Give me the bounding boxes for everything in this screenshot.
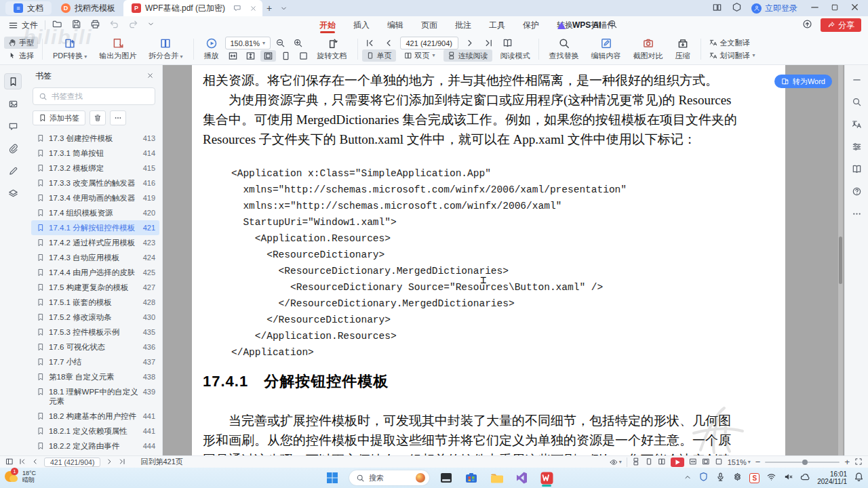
sb-fit-width-icon[interactable] xyxy=(689,458,697,467)
ribbon-search-icon[interactable] xyxy=(608,19,618,31)
rail-translate-icon[interactable] xyxy=(852,119,862,131)
rail-help-icon[interactable] xyxy=(852,186,862,199)
bookmark-search-input[interactable] xyxy=(52,92,126,100)
find-replace-button[interactable]: 查找替换 xyxy=(543,36,585,62)
select-tool-button[interactable]: 选择 xyxy=(4,49,38,62)
bookmark-item[interactable]: 17.4 组织模板资源 420 xyxy=(31,205,159,220)
fit-page-icon[interactable] xyxy=(260,50,276,62)
bookmark-item[interactable]: 17.5.3 控件模板示例 435 xyxy=(31,325,159,340)
tray-microphone-icon[interactable] xyxy=(715,472,726,484)
rail-more-icon[interactable] xyxy=(852,209,862,221)
sb-last-page-icon[interactable] xyxy=(118,458,126,467)
globe-skin-icon[interactable] xyxy=(732,2,742,14)
add-bookmark-button[interactable]: 添加书签 xyxy=(33,110,85,125)
bookmark-item[interactable]: 17.6 可视化状态 436 xyxy=(31,340,159,354)
login-button[interactable]: 立即登录 xyxy=(751,3,797,14)
open-file-icon[interactable] xyxy=(52,19,62,31)
bookmark-item[interactable]: 17.5.2 修改滚动条 430 xyxy=(31,310,159,325)
sb-next-page-icon[interactable] xyxy=(105,458,113,467)
bookmark-item[interactable]: 17.3.2 模板绑定 415 xyxy=(31,161,159,176)
undo-icon[interactable] xyxy=(109,19,119,31)
sb-first-page-icon[interactable] xyxy=(18,458,26,467)
toggle-sidebar-icon[interactable] xyxy=(5,458,14,467)
bookmarks-panel-icon[interactable] xyxy=(4,73,22,89)
fullscreen-icon[interactable] xyxy=(854,458,863,467)
tab-documents[interactable]: ≡ 文档 xyxy=(5,1,52,15)
play-button[interactable]: 播放 xyxy=(198,36,225,62)
collapse-rail-icon[interactable] xyxy=(852,75,862,87)
next-page-icon[interactable] xyxy=(462,37,477,49)
bookmark-item[interactable]: 18.2.2 定义路由事件 444 xyxy=(31,439,159,453)
tab-docer-templates[interactable]: D 找稻壳模板 xyxy=(53,0,123,16)
tray-expand-chevron-icon[interactable] xyxy=(684,473,692,483)
bookmarks-close-icon[interactable] xyxy=(146,72,154,81)
file-menu-button[interactable]: 文件 xyxy=(0,16,45,34)
ribbon-tab[interactable]: 页面 xyxy=(412,16,446,34)
delete-bookmark-button[interactable] xyxy=(90,110,106,125)
first-page-icon[interactable] xyxy=(362,37,378,49)
comments-panel-icon[interactable] xyxy=(4,118,22,134)
bookmark-item[interactable]: 17.4.1 分解按钮控件模板 421 xyxy=(31,220,159,235)
tray-security-shield-icon[interactable] xyxy=(698,472,709,484)
zoom-slider[interactable] xyxy=(765,462,840,463)
print-icon[interactable] xyxy=(90,19,100,31)
more-bookmark-options-button[interactable] xyxy=(110,110,126,125)
bookmark-item[interactable]: 第18章 自定义元素 438 xyxy=(31,369,159,384)
zoom-level-dropdown[interactable]: 150.81% ▾ xyxy=(225,37,271,49)
bookmark-item[interactable]: 17.4.2 通过样式应用模板 423 xyxy=(31,235,159,250)
edit-content-button[interactable]: 编辑内容 xyxy=(585,36,627,62)
bookmark-item[interactable]: 18.2.1 定义依赖项属性 441 xyxy=(31,424,159,439)
sb-prev-page-icon[interactable] xyxy=(31,458,39,467)
zoom-out-icon[interactable] xyxy=(273,37,288,49)
fit-visible-icon[interactable] xyxy=(296,50,311,62)
single-page-button[interactable]: 单页 xyxy=(362,49,396,62)
screenshot-compare-button[interactable]: 截图对比 xyxy=(627,36,669,62)
compress-button[interactable]: 压缩 xyxy=(669,36,696,62)
tab-pdf-document[interactable]: P WPF基础.pdf (已加密) xyxy=(123,0,262,16)
wps-ai-label[interactable]: WPS AI xyxy=(572,20,601,30)
rail-search-icon[interactable] xyxy=(852,97,862,109)
continuous-read-button[interactable]: 连续阅读 xyxy=(443,49,492,62)
page-number-input[interactable]: 421 (421/904) xyxy=(400,37,459,49)
taskbar-app-explorer[interactable] xyxy=(488,469,505,487)
signature-panel-icon[interactable] xyxy=(4,163,22,179)
taskbar-weather-widget[interactable]: 1 18°C 晴朗 xyxy=(4,469,36,484)
bookmark-item[interactable]: 18.2 构建基本的用户控件 441 xyxy=(31,409,159,424)
windows-start-button[interactable] xyxy=(324,469,340,487)
bookmark-item[interactable]: 17.3.1 简单按钮 414 xyxy=(31,146,159,161)
tray-sogou-input-icon[interactable]: S xyxy=(749,473,760,483)
sb-zoom-value[interactable]: 151%▾ xyxy=(728,458,751,466)
taskbar-app-snipping[interactable] xyxy=(438,469,454,487)
bookmark-item[interactable]: 17.4.3 自动应用模板 424 xyxy=(31,250,159,265)
close-button[interactable] xyxy=(850,2,860,14)
bookmark-item[interactable]: 17.7 小结 437 xyxy=(31,354,159,369)
actual-size-icon[interactable] xyxy=(278,50,294,62)
bookmark-item[interactable]: 18.1 理解WPF中的自定义元素 439 xyxy=(31,384,159,409)
taskbar-search-input[interactable] xyxy=(369,474,410,482)
bookmark-item[interactable]: 17.3 创建控件模板 413 xyxy=(31,131,159,146)
taskbar-app-wps[interactable] xyxy=(538,469,555,487)
bookmark-item[interactable]: 17.3.4 使用动画的触发器 419 xyxy=(31,190,159,205)
sb-zoom-plus-icon[interactable]: + xyxy=(844,457,850,467)
tray-cloud-icon[interactable] xyxy=(800,472,810,484)
full-translate-button[interactable]: 全文翻译 xyxy=(705,37,760,49)
taskbar-app-visualstudio[interactable] xyxy=(513,469,530,487)
tab-close-icon[interactable] xyxy=(250,5,257,12)
hand-tool-button[interactable]: 手型 xyxy=(4,37,38,49)
read-mode-button[interactable]: 阅读模式 xyxy=(496,49,534,62)
tab-list-chevron-icon[interactable] xyxy=(276,0,292,16)
tray-wifi-icon[interactable] xyxy=(766,472,776,484)
upload-cloud-icon[interactable] xyxy=(802,19,812,31)
bookmark-item[interactable]: 17.5.1 嵌套的模板 428 xyxy=(31,295,159,310)
share-button[interactable]: 分享 xyxy=(821,18,861,32)
zoom-in-icon[interactable] xyxy=(290,37,306,49)
layers-panel-icon[interactable] xyxy=(4,185,22,201)
read-book-icon[interactable] xyxy=(500,37,515,49)
sb-double-page-icon[interactable] xyxy=(658,458,666,467)
ribbon-tab[interactable]: 编辑 xyxy=(378,16,412,34)
taskbar-search-box[interactable] xyxy=(349,470,429,485)
prev-page-icon[interactable] xyxy=(381,37,397,49)
pdf-convert-button[interactable]: PDF转换 ▾ xyxy=(47,36,93,62)
sb-zoom-minus-icon[interactable]: − xyxy=(755,457,761,467)
ribbon-tab[interactable]: 保护 xyxy=(514,16,548,34)
